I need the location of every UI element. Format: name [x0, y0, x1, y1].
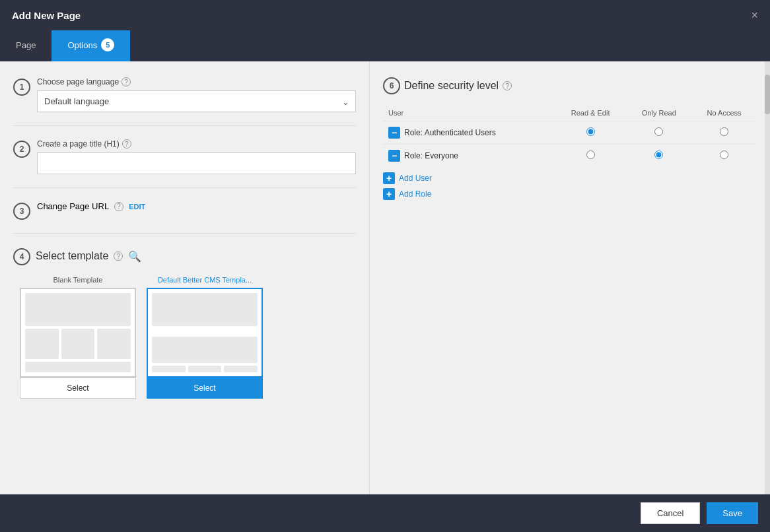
scrollbar-track[interactable] — [765, 61, 770, 494]
col-read-edit: Read & Edit — [555, 105, 627, 121]
dialog-body: 1 Choose page language ? Default languag… — [0, 61, 770, 494]
cancel-button[interactable]: Cancel — [641, 502, 700, 524]
dialog-header: Add New Page × — [0, 0, 770, 30]
default-preview-mid — [152, 337, 258, 363]
security-row-everyone: − Role: Everyone — [383, 145, 757, 168]
scrollbar-thumb[interactable] — [765, 75, 770, 114]
read-edit-cell-2 — [555, 145, 627, 168]
security-row-authenticated: − Role: Authenticated Users — [383, 121, 757, 145]
language-label: Choose page language ? — [37, 77, 356, 86]
language-content: Choose page language ? Default language … — [37, 77, 356, 112]
url-label: Change Page URL — [37, 201, 109, 211]
page-title-input[interactable] — [37, 152, 356, 174]
title-content: Create a page title (H1) ? — [37, 139, 356, 174]
default-preview-col3 — [224, 366, 258, 372]
dialog-footer: Cancel Save — [0, 494, 770, 532]
url-section: 3 Change Page URL ? EDIT — [13, 201, 356, 220]
add-new-page-dialog: Add New Page × Page Options 5 1 Choose p… — [0, 0, 770, 532]
security-help-icon[interactable]: ? — [503, 81, 512, 90]
language-select-wrapper: Default language ⌄ — [37, 90, 356, 112]
tab-page[interactable]: Page — [0, 30, 52, 61]
tabs-bar: Page Options 5 — [0, 30, 770, 61]
col-only-read: Only Read — [626, 105, 691, 121]
step-2-circle: 2 — [13, 141, 30, 158]
blank-preview-row — [25, 329, 131, 359]
title-label: Create a page title (H1) ? — [37, 139, 356, 149]
default-preview-col1 — [152, 366, 186, 372]
radio-only-read-2[interactable] — [654, 150, 663, 159]
blank-template-select-button[interactable]: Select — [20, 378, 136, 399]
add-role-button[interactable]: + — [383, 188, 395, 200]
radio-read-edit-1[interactable] — [586, 127, 595, 136]
step-6-circle: 6 — [383, 77, 400, 94]
title-help-icon[interactable]: ? — [122, 139, 131, 149]
close-button[interactable]: × — [751, 9, 758, 21]
radio-no-access-2[interactable] — [720, 150, 728, 159]
add-role-label: Add Role — [399, 189, 431, 199]
add-user-button[interactable]: + — [383, 172, 395, 184]
user-everyone-label: Role: Everyone — [404, 151, 458, 160]
remove-authenticated-button[interactable]: − — [388, 127, 400, 139]
template-help-icon[interactable]: ? — [114, 251, 123, 261]
add-role-link[interactable]: + Add Role — [383, 188, 757, 200]
blank-template-name: Blank Template — [53, 276, 102, 284]
default-preview-top — [152, 293, 258, 326]
blank-preview-col1 — [25, 329, 59, 359]
col-no-access: No Access — [691, 105, 757, 121]
no-access-cell-1 — [691, 121, 757, 145]
radio-no-access-1[interactable] — [720, 127, 728, 136]
blank-preview-bottom — [25, 362, 131, 372]
save-button[interactable]: Save — [707, 502, 758, 524]
step-1-circle: 1 — [13, 79, 30, 96]
default-template-name: Default Better CMS Templa... — [158, 276, 252, 284]
col-user: User — [383, 105, 555, 121]
blank-preview-top — [25, 293, 131, 326]
security-table: User Read & Edit Only Read No Access − R… — [383, 105, 757, 167]
options-badge: 5 — [101, 38, 114, 51]
dialog-title: Add New Page — [12, 10, 81, 21]
templates-grid: Blank Template Select — [13, 276, 356, 399]
default-preview-row — [152, 366, 258, 372]
security-user-cell-2: − Role: Everyone — [383, 145, 555, 168]
add-user-label: Add User — [399, 174, 432, 183]
right-panel: 6 Define security level ? User Read & Ed… — [370, 61, 770, 494]
remove-everyone-button[interactable]: − — [388, 150, 400, 162]
tab-options-label: Options — [67, 40, 97, 50]
default-preview-col2 — [188, 366, 222, 372]
blank-template-card: Blank Template Select — [20, 276, 136, 399]
security-user-cell: − Role: Authenticated Users — [383, 121, 555, 145]
url-content: Change Page URL ? EDIT — [37, 201, 356, 211]
no-access-cell-2 — [691, 145, 757, 168]
default-template-select-button[interactable]: Select — [147, 378, 263, 399]
user-authenticated-label: Role: Authenticated Users — [404, 128, 496, 137]
template-section-title: Select template — [36, 250, 108, 262]
step-3-circle: 3 — [13, 203, 30, 220]
language-section: 1 Choose page language ? Default languag… — [13, 77, 356, 112]
blank-preview-col3 — [97, 329, 131, 359]
only-read-cell-1 — [626, 121, 691, 145]
security-label: Define security level — [404, 80, 499, 92]
left-panel: 1 Choose page language ? Default languag… — [0, 61, 370, 494]
template-search-button[interactable]: 🔍 — [128, 250, 141, 263]
url-row: Change Page URL ? EDIT — [37, 201, 356, 211]
template-header: 4 Select template ? 🔍 — [13, 247, 356, 265]
url-help-icon[interactable]: ? — [114, 202, 123, 211]
read-edit-cell-1 — [555, 121, 627, 145]
language-help-icon[interactable]: ? — [122, 77, 131, 86]
default-template-preview[interactable] — [147, 288, 263, 378]
add-user-link[interactable]: + Add User — [383, 172, 757, 184]
blank-template-preview[interactable] — [20, 288, 136, 378]
title-section: 2 Create a page title (H1) ? — [13, 139, 356, 174]
language-select[interactable]: Default language — [37, 90, 356, 112]
only-read-cell-2 — [626, 145, 691, 168]
radio-only-read-1[interactable] — [654, 127, 663, 136]
security-title: 6 Define security level ? — [383, 77, 757, 94]
default-template-card: Default Better CMS Templa... Select — [147, 276, 263, 399]
url-edit-link[interactable]: EDIT — [129, 203, 145, 211]
radio-read-edit-2[interactable] — [586, 150, 595, 159]
template-section: 4 Select template ? 🔍 Blank Template — [13, 247, 356, 399]
blank-preview-col2 — [61, 329, 95, 359]
tab-options[interactable]: Options 5 — [52, 30, 130, 61]
step-4-circle: 4 — [13, 248, 30, 265]
tab-page-label: Page — [16, 40, 36, 50]
